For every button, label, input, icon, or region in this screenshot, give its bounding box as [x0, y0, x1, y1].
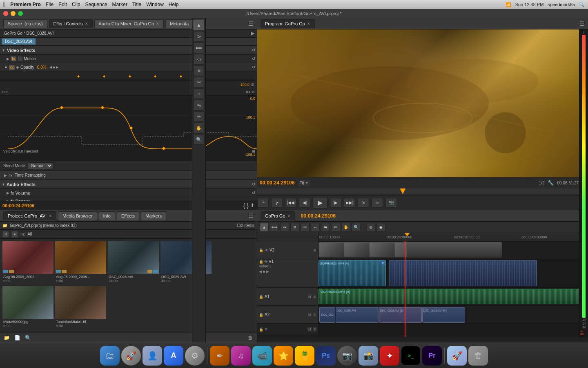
tool-slip-btn[interactable]: ↔	[194, 88, 204, 99]
pm-step-fwd-btn[interactable]: |▶	[330, 198, 341, 208]
opacity-arrow[interactable]: ▼	[4, 65, 8, 70]
menu-search-icon[interactable]: 🔍	[579, 2, 585, 7]
close-audio-mixer-icon[interactable]: ✕	[156, 22, 159, 26]
tool-ripple-edit-btn[interactable]: ⟺	[194, 43, 204, 53]
pm-fit-dropdown[interactable]: Fit ▼	[298, 180, 310, 186]
project-panel-menu-btn[interactable]: ☰	[248, 213, 254, 219]
tool-zoom[interactable]: 🔍	[352, 223, 361, 232]
tab-effects[interactable]: Effects	[117, 211, 139, 220]
pm-play-btn[interactable]: ▶	[313, 197, 327, 209]
video-effects-reset-icon[interactable]: ↺	[252, 48, 255, 52]
track-a2-content[interactable]: DSC_002 DSC_0028.AVI DSC_0028.AVI [B] DS…	[318, 306, 588, 323]
close-effect-controls-icon[interactable]: ✕	[85, 22, 88, 26]
dock-starburst[interactable]: ✦	[380, 346, 399, 366]
kf3[interactable]: ◆	[129, 74, 131, 78]
v1-nav-right[interactable]: ▶	[266, 269, 269, 274]
track-v1-content[interactable]: GOPR0053.MP4 [V] V	[318, 259, 588, 287]
pm-goto-in-btn[interactable]: |◀◀	[285, 198, 296, 208]
blend-mode-select[interactable]: Normal	[27, 162, 53, 169]
ec-mark-in-btn[interactable]: {	[243, 202, 245, 209]
marker-menu[interactable]: Marker	[112, 2, 127, 7]
pm-step-back-btn[interactable]: ◀|	[299, 198, 310, 208]
dock-itunes[interactable]: ♫	[231, 346, 251, 366]
list-item[interactable]: DSC_0028.AVI 24:00	[108, 241, 159, 285]
tab-timeline[interactable]: GoPro Go ✕	[261, 211, 295, 220]
tool-ripple[interactable]: ⟺	[270, 223, 279, 232]
dock-pineapple[interactable]: 🍍	[295, 346, 314, 366]
pm-mark-in-btn[interactable]: └	[257, 198, 269, 208]
tool-pen[interactable]: ✏	[331, 223, 340, 232]
tool-selection[interactable]: ▲	[260, 223, 269, 232]
add-keyframe-btn[interactable]: ⊞	[251, 83, 254, 87]
pm-insert-btn[interactable]: ⇲	[358, 198, 369, 208]
a1-lock-icon[interactable]: 🔒	[259, 295, 263, 299]
help-menu[interactable]: Help	[169, 2, 179, 7]
tool-rate-btn[interactable]: ⤧	[194, 65, 204, 76]
pm-goto-out-btn[interactable]: ▶▶|	[344, 198, 355, 208]
list-item[interactable]: Aug 08 2009_2005... 5:00	[55, 241, 106, 285]
pm-mark-out-btn[interactable]: ┏	[271, 198, 283, 208]
v1-clip-main[interactable]	[389, 260, 537, 286]
tool-rolling-edit-btn[interactable]: ⇔	[194, 54, 204, 65]
opacity-reset-icon[interactable]: ↺	[252, 65, 255, 70]
tool-markers[interactable]: ◆	[376, 223, 385, 232]
project-list-view-btn[interactable]: ≡	[11, 231, 18, 238]
list-item[interactable]: Miata50000.jpg 5:00	[2, 286, 53, 330]
tab-markers[interactable]: Markers	[141, 211, 166, 220]
v1-clip-gopr[interactable]: GOPR0053.MP4 [V] V	[318, 260, 386, 286]
kf1[interactable]: ◆	[77, 74, 80, 78]
app-name-menu[interactable]: Premiere Pro	[10, 2, 41, 7]
a3-lock-icon[interactable]: 🔒	[259, 328, 263, 332]
maximize-button[interactable]	[18, 11, 23, 16]
title-menu[interactable]: Title	[132, 2, 141, 7]
track-a3-content[interactable]	[318, 324, 588, 335]
dock-contacts[interactable]: 👤	[143, 346, 162, 366]
tab-program-monitor[interactable]: Program: GoPro Go ✕	[261, 19, 315, 28]
v2-lock-icon[interactable]: 🔒	[259, 248, 263, 252]
panner-arrow[interactable]: ▶	[7, 199, 9, 201]
time-remap-arrow[interactable]: ▶	[4, 173, 7, 177]
kf4[interactable]: ◆	[154, 74, 156, 78]
tab-project[interactable]: Project: GoPro_AVI ✕	[3, 211, 56, 220]
a2-mute-btn[interactable]: M	[307, 312, 312, 317]
opacity-next-arrow[interactable]: ▶	[56, 65, 58, 69]
timeline-scrollbar[interactable]	[257, 337, 588, 343]
filter-in-value[interactable]: All	[27, 232, 32, 236]
minimize-button[interactable]	[11, 11, 16, 16]
ec-export-btn[interactable]: ⬆	[250, 202, 254, 209]
a3-mute-btn[interactable]: M	[307, 327, 312, 332]
edit-menu[interactable]: Edit	[58, 2, 67, 7]
dock-camera[interactable]: 📷	[337, 346, 357, 366]
clip-nav-arrow[interactable]: ▶	[251, 31, 254, 36]
sequence-menu[interactable]: Sequence	[85, 2, 107, 7]
dock-iphoto[interactable]: 📸	[359, 346, 378, 366]
v1-keyframe-icon[interactable]: ◆	[263, 269, 265, 274]
dock-premiere[interactable]: Pr	[422, 346, 442, 366]
a2-clip-dsc002[interactable]: DSC_002	[319, 307, 335, 323]
tool-zoom-btn[interactable]: 🔍	[194, 134, 204, 145]
tool-slide-btn[interactable]: ⇋	[194, 100, 204, 110]
a1-solo-btn[interactable]: S	[313, 294, 316, 299]
kf5[interactable]: ◆	[180, 74, 182, 78]
dock-appstore[interactable]: A	[164, 346, 183, 366]
close-program-monitor-icon[interactable]: ✕	[307, 22, 310, 26]
window-menu[interactable]: Window	[146, 2, 164, 7]
proj-new-item-btn[interactable]: 📄	[13, 334, 21, 342]
dock-scripts[interactable]: ✒	[210, 346, 229, 366]
v1-eye-icon[interactable]: 👁	[264, 260, 268, 264]
kf2[interactable]: ◆	[103, 74, 105, 78]
close-button[interactable]	[3, 11, 8, 16]
tool-select-btn[interactable]: ▲	[194, 20, 204, 30]
a2-clip-dsc0028a[interactable]: DSC_0028.AVI [A]	[422, 307, 465, 323]
list-item[interactable]: TamiAlanMiata1.tif 5:00	[55, 286, 106, 330]
video-effects-section[interactable]: ▼ Video Effects ↺	[0, 46, 257, 55]
panel-menu-button[interactable]: ☰	[248, 20, 254, 27]
file-menu[interactable]: File	[46, 2, 53, 7]
tool-slide[interactable]: ⇋	[321, 223, 330, 232]
dock-trash[interactable]: 🗑	[468, 346, 488, 366]
tab-metadata[interactable]: Metadata	[165, 19, 193, 28]
opacity-prev-arrow[interactable]: ◀	[49, 65, 52, 69]
audio-effects-section[interactable]: ▼ Audio Effects ↺	[0, 180, 257, 189]
pm-overwrite-btn[interactable]: ⇰	[372, 198, 383, 208]
tool-razor[interactable]: ✂	[301, 223, 310, 232]
